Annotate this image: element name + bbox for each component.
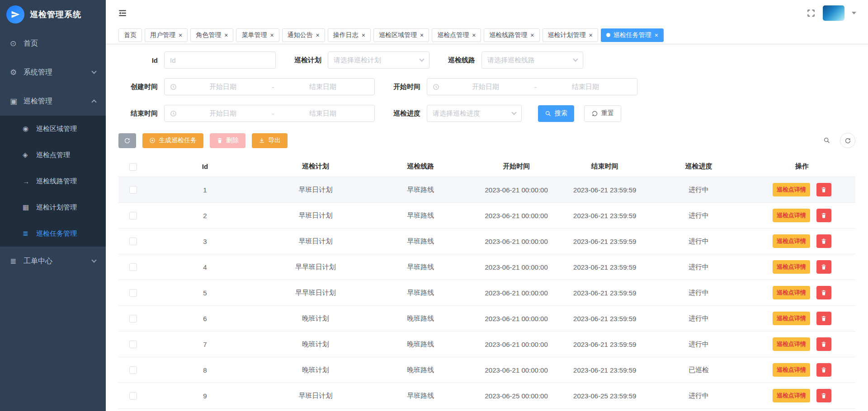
refresh-button[interactable] — [118, 133, 136, 148]
row-delete-button[interactable] — [816, 286, 831, 299]
row-checkbox[interactable] — [129, 212, 137, 220]
tab-close-icon[interactable]: × — [179, 32, 182, 38]
id-input[interactable] — [164, 51, 276, 69]
area-signal-icon: ◉ — [23, 125, 36, 133]
tab-close-icon[interactable]: × — [589, 32, 593, 38]
row-delete-button[interactable] — [816, 209, 831, 222]
row-checkbox[interactable] — [129, 186, 137, 194]
column-header: 巡检线路 — [369, 156, 472, 177]
tab[interactable]: 巡检区域管理 × — [373, 28, 429, 42]
tab-close-icon[interactable]: × — [224, 32, 228, 38]
sidebar-subitem[interactable]: ◉ 巡检区域管理 — [0, 116, 106, 142]
cell-route: 早班路线 — [369, 383, 472, 409]
sidebar-subitem[interactable]: ◈ 巡检点管理 — [0, 142, 106, 168]
route-select[interactable]: 请选择巡检线路 — [481, 51, 583, 69]
start-time-range[interactable]: 开始日期 - 结束日期 — [427, 78, 637, 95]
table-refresh-button[interactable] — [840, 133, 855, 148]
cell-actions: 巡检点详情 — [749, 229, 855, 254]
table-row: 5 早早班日计划 早班路线 2023-06-21 00:00:00 2023-0… — [118, 280, 855, 306]
sidebar-toggle-button[interactable] — [118, 8, 127, 18]
search-button[interactable]: 搜索 — [538, 105, 574, 122]
top-bar — [106, 0, 868, 26]
tab[interactable]: 通知公告 × — [282, 28, 325, 42]
show-search-button[interactable] — [819, 133, 835, 148]
search-icon — [545, 110, 552, 117]
cell-progress: 进行中 — [649, 177, 749, 203]
generate-task-button[interactable]: 生成巡检任务 — [142, 133, 203, 148]
inspection-point-detail-button[interactable]: 巡检点详情 — [773, 337, 810, 351]
row-select-cell — [118, 229, 148, 254]
row-delete-button[interactable] — [816, 389, 831, 402]
column-header: 巡检计划 — [262, 156, 369, 177]
inspection-point-detail-button[interactable]: 巡检点详情 — [773, 209, 810, 222]
tab[interactable]: 首页 — [118, 28, 142, 42]
cell-start-time: 2023-06-21 00:00:00 — [472, 306, 561, 332]
row-delete-button[interactable] — [816, 183, 831, 196]
row-checkbox[interactable] — [129, 315, 137, 322]
tab[interactable]: 用户管理 × — [145, 28, 188, 42]
tab[interactable]: 巡检点管理 × — [432, 28, 481, 42]
inspection-point-detail-button[interactable]: 巡检点详情 — [773, 363, 810, 377]
inspection-point-detail-button[interactable]: 巡检点详情 — [773, 286, 810, 299]
sidebar-item-home[interactable]: ⊙ 首页 — [0, 29, 106, 58]
sidebar-item-label: 工单中心 — [24, 257, 92, 266]
inspection-point-detail-button[interactable]: 巡检点详情 — [773, 260, 810, 274]
cell-end-time: 2023-06-21 23:59:59 — [561, 280, 649, 306]
fullscreen-button[interactable] — [807, 9, 816, 18]
row-delete-button[interactable] — [816, 312, 831, 325]
tab-close-icon[interactable]: × — [316, 32, 320, 38]
sidebar-item-inspection[interactable]: ▣ 巡检管理 — [0, 87, 106, 116]
row-checkbox[interactable] — [129, 392, 137, 400]
row-delete-button[interactable] — [816, 260, 831, 274]
cell-plan: 早班日计划 — [262, 177, 369, 203]
select-all-checkbox[interactable] — [129, 163, 137, 171]
avatar[interactable] — [823, 5, 844, 21]
tab[interactable]: 角色管理 × — [190, 28, 233, 42]
plan-select[interactable]: 请选择巡检计划 — [328, 51, 429, 69]
tab-close-icon[interactable]: × — [362, 32, 365, 38]
tab[interactable]: 巡检计划管理 × — [542, 28, 598, 42]
tab-close-icon[interactable]: × — [420, 32, 424, 38]
tab-close-icon[interactable]: × — [655, 32, 658, 38]
row-checkbox[interactable] — [129, 238, 137, 245]
sidebar-subitem[interactable]: ▦ 巡检计划管理 — [0, 194, 106, 220]
tab[interactable]: 巡检线路管理 × — [484, 28, 539, 42]
date-end-placeholder: 结束日期 — [277, 83, 369, 91]
inspection-point-detail-button[interactable]: 巡检点详情 — [773, 183, 810, 196]
sidebar-item-system[interactable]: ⚙ 系统管理 — [0, 58, 106, 87]
row-select-cell — [118, 357, 148, 383]
row-delete-button[interactable] — [816, 337, 831, 351]
row-checkbox[interactable] — [129, 366, 137, 374]
reset-button[interactable]: 重置 — [584, 105, 621, 122]
cell-route: 早班路线 — [369, 203, 472, 229]
tab[interactable]: 操作日志 × — [328, 28, 371, 42]
create-time-range[interactable]: 开始日期 - 结束日期 — [164, 78, 375, 95]
sidebar-item-workorder[interactable]: ≣ 工单中心 — [0, 247, 106, 276]
end-time-range[interactable]: 开始日期 - 结束日期 — [164, 105, 375, 122]
export-button[interactable]: 导出 — [252, 133, 288, 148]
progress-label: 巡检进度 — [381, 109, 420, 118]
row-checkbox[interactable] — [129, 341, 137, 348]
trash-icon — [821, 367, 827, 373]
inspection-point-detail-button[interactable]: 巡检点详情 — [773, 389, 810, 402]
sidebar-subitem[interactable]: → 巡检线路管理 — [0, 168, 106, 194]
tab[interactable]: 菜单管理 × — [236, 28, 279, 42]
tab-close-icon[interactable]: × — [472, 32, 476, 38]
cell-progress: 进行中 — [649, 254, 749, 280]
app-title: 巡检管理系统 — [30, 9, 81, 20]
row-delete-button[interactable] — [816, 234, 831, 248]
tab-close-icon[interactable]: × — [270, 32, 274, 38]
row-checkbox[interactable] — [129, 289, 137, 297]
tab[interactable]: 巡检任务管理 × — [601, 28, 664, 42]
tab-close-icon[interactable]: × — [530, 32, 534, 38]
inspection-point-detail-button[interactable]: 巡检点详情 — [773, 312, 810, 325]
progress-select[interactable]: 请选择巡检进度 — [427, 105, 522, 122]
caret-down-icon[interactable] — [852, 12, 856, 14]
row-checkbox[interactable] — [129, 263, 137, 271]
sidebar-subitem[interactable]: ≣ 巡检任务管理 — [0, 220, 106, 247]
tab-label: 菜单管理 — [241, 31, 267, 39]
row-delete-button[interactable] — [816, 363, 831, 377]
delete-button[interactable]: 删除 — [210, 133, 245, 148]
inspection-point-detail-button[interactable]: 巡检点详情 — [773, 234, 810, 248]
sidebar-subitem-label: 巡检计划管理 — [36, 203, 96, 212]
